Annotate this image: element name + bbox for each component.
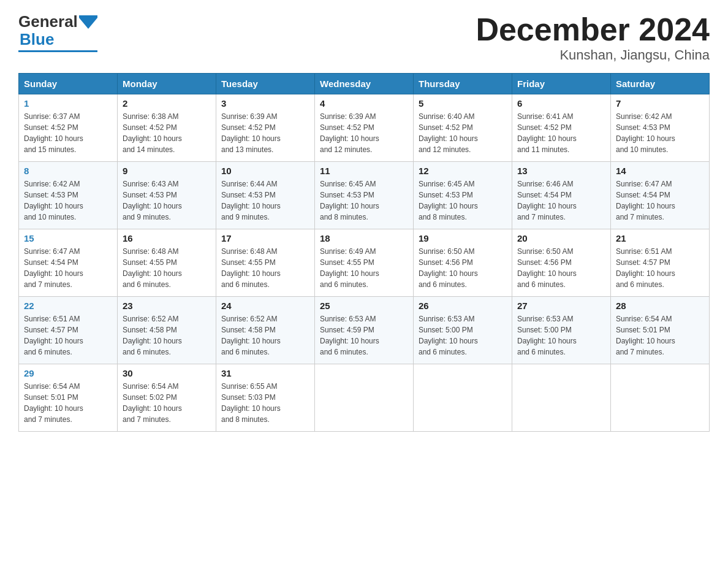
day-info: Sunrise: 6:51 AM Sunset: 4:57 PM Dayligh… <box>24 315 83 356</box>
calendar-cell <box>315 364 414 432</box>
col-friday: Friday <box>512 74 611 94</box>
calendar-cell: 19 Sunrise: 6:50 AM Sunset: 4:56 PM Dayl… <box>414 229 512 297</box>
day-number: 22 <box>24 301 112 311</box>
day-number: 6 <box>517 98 605 109</box>
day-number: 21 <box>616 233 704 243</box>
day-number: 28 <box>616 301 704 311</box>
calendar-cell: 16 Sunrise: 6:48 AM Sunset: 4:55 PM Dayl… <box>118 229 216 297</box>
calendar-cell: 6 Sunrise: 6:41 AM Sunset: 4:52 PM Dayli… <box>512 94 611 162</box>
calendar-cell: 15 Sunrise: 6:47 AM Sunset: 4:54 PM Dayl… <box>19 229 118 297</box>
day-info: Sunrise: 6:46 AM Sunset: 4:54 PM Dayligh… <box>517 180 577 221</box>
day-number: 30 <box>123 368 211 378</box>
calendar-cell: 22 Sunrise: 6:51 AM Sunset: 4:57 PM Dayl… <box>19 297 118 364</box>
day-info: Sunrise: 6:53 AM Sunset: 4:59 PM Dayligh… <box>320 315 379 356</box>
day-number: 8 <box>24 166 112 176</box>
day-number: 12 <box>419 166 507 176</box>
calendar-cell <box>414 364 512 432</box>
day-number: 13 <box>517 166 605 176</box>
day-info: Sunrise: 6:54 AM Sunset: 5:01 PM Dayligh… <box>24 382 83 424</box>
calendar-cell <box>611 364 710 432</box>
col-monday: Monday <box>118 74 216 94</box>
calendar-cell: 13 Sunrise: 6:46 AM Sunset: 4:54 PM Dayl… <box>512 162 611 229</box>
calendar-cell: 5 Sunrise: 6:40 AM Sunset: 4:52 PM Dayli… <box>414 94 512 162</box>
day-info: Sunrise: 6:39 AM Sunset: 4:52 PM Dayligh… <box>221 112 281 154</box>
day-number: 18 <box>320 233 408 243</box>
calendar-cell: 1 Sunrise: 6:37 AM Sunset: 4:52 PM Dayli… <box>19 94 118 162</box>
calendar-week-row: 29 Sunrise: 6:54 AM Sunset: 5:01 PM Dayl… <box>19 364 710 432</box>
logo-general-text: General <box>18 12 78 31</box>
calendar-cell: 3 Sunrise: 6:39 AM Sunset: 4:52 PM Dayli… <box>216 94 315 162</box>
day-info: Sunrise: 6:48 AM Sunset: 4:55 PM Dayligh… <box>123 247 182 289</box>
day-info: Sunrise: 6:39 AM Sunset: 4:52 PM Dayligh… <box>320 112 379 154</box>
calendar-cell: 21 Sunrise: 6:51 AM Sunset: 4:57 PM Dayl… <box>611 229 710 297</box>
day-number: 15 <box>24 233 112 243</box>
calendar-cell: 17 Sunrise: 6:48 AM Sunset: 4:55 PM Dayl… <box>216 229 315 297</box>
calendar-cell: 7 Sunrise: 6:42 AM Sunset: 4:53 PM Dayli… <box>611 94 710 162</box>
calendar-cell: 2 Sunrise: 6:38 AM Sunset: 4:52 PM Dayli… <box>118 94 216 162</box>
title-block: December 2024 Kunshan, Jiangsu, China <box>476 12 710 63</box>
day-info: Sunrise: 6:53 AM Sunset: 5:00 PM Dayligh… <box>517 315 577 356</box>
day-info: Sunrise: 6:43 AM Sunset: 4:53 PM Dayligh… <box>123 180 182 221</box>
day-info: Sunrise: 6:50 AM Sunset: 4:56 PM Dayligh… <box>419 247 478 289</box>
day-number: 23 <box>123 301 211 311</box>
day-number: 19 <box>419 233 507 243</box>
day-info: Sunrise: 6:45 AM Sunset: 4:53 PM Dayligh… <box>320 180 379 221</box>
calendar-cell: 20 Sunrise: 6:50 AM Sunset: 4:56 PM Dayl… <box>512 229 611 297</box>
calendar-cell: 11 Sunrise: 6:45 AM Sunset: 4:53 PM Dayl… <box>315 162 414 229</box>
calendar-cell: 12 Sunrise: 6:45 AM Sunset: 4:53 PM Dayl… <box>414 162 512 229</box>
day-number: 7 <box>616 98 704 109</box>
calendar-title: December 2024 <box>476 12 710 47</box>
day-number: 10 <box>221 166 309 176</box>
calendar-week-row: 15 Sunrise: 6:47 AM Sunset: 4:54 PM Dayl… <box>19 229 710 297</box>
calendar-cell: 24 Sunrise: 6:52 AM Sunset: 4:58 PM Dayl… <box>216 297 315 364</box>
day-number: 3 <box>221 98 309 109</box>
calendar-cell: 14 Sunrise: 6:47 AM Sunset: 4:54 PM Dayl… <box>611 162 710 229</box>
logo: General Blue <box>18 12 97 52</box>
page-header: General Blue December 2024 Kunshan, Jian… <box>18 12 710 63</box>
day-info: Sunrise: 6:55 AM Sunset: 5:03 PM Dayligh… <box>221 382 281 424</box>
day-number: 1 <box>24 98 112 109</box>
day-number: 5 <box>419 98 507 109</box>
day-info: Sunrise: 6:44 AM Sunset: 4:53 PM Dayligh… <box>221 180 281 221</box>
day-info: Sunrise: 6:48 AM Sunset: 4:55 PM Dayligh… <box>221 247 281 289</box>
day-info: Sunrise: 6:54 AM Sunset: 5:02 PM Dayligh… <box>123 382 182 424</box>
calendar-cell: 27 Sunrise: 6:53 AM Sunset: 5:00 PM Dayl… <box>512 297 611 364</box>
logo-icon <box>79 15 97 29</box>
col-tuesday: Tuesday <box>216 74 315 94</box>
col-wednesday: Wednesday <box>315 74 414 94</box>
day-info: Sunrise: 6:47 AM Sunset: 4:54 PM Dayligh… <box>24 247 83 289</box>
day-info: Sunrise: 6:38 AM Sunset: 4:52 PM Dayligh… <box>123 112 182 154</box>
calendar-cell: 29 Sunrise: 6:54 AM Sunset: 5:01 PM Dayl… <box>19 364 118 432</box>
day-info: Sunrise: 6:47 AM Sunset: 4:54 PM Dayligh… <box>616 180 675 221</box>
calendar-cell: 23 Sunrise: 6:52 AM Sunset: 4:58 PM Dayl… <box>118 297 216 364</box>
day-info: Sunrise: 6:53 AM Sunset: 5:00 PM Dayligh… <box>419 315 478 356</box>
logo-blue-text: Blue <box>20 30 54 49</box>
day-info: Sunrise: 6:45 AM Sunset: 4:53 PM Dayligh… <box>419 180 478 221</box>
calendar-cell: 4 Sunrise: 6:39 AM Sunset: 4:52 PM Dayli… <box>315 94 414 162</box>
day-number: 14 <box>616 166 704 176</box>
day-info: Sunrise: 6:52 AM Sunset: 4:58 PM Dayligh… <box>123 315 182 356</box>
day-number: 20 <box>517 233 605 243</box>
day-info: Sunrise: 6:49 AM Sunset: 4:55 PM Dayligh… <box>320 247 379 289</box>
calendar-week-row: 1 Sunrise: 6:37 AM Sunset: 4:52 PM Dayli… <box>19 94 710 162</box>
day-number: 11 <box>320 166 408 176</box>
col-thursday: Thursday <box>414 74 512 94</box>
day-number: 26 <box>419 301 507 311</box>
calendar-table: Sunday Monday Tuesday Wednesday Thursday… <box>18 73 710 432</box>
day-number: 9 <box>123 166 211 176</box>
calendar-subtitle: Kunshan, Jiangsu, China <box>476 47 710 63</box>
day-info: Sunrise: 6:51 AM Sunset: 4:57 PM Dayligh… <box>616 247 675 289</box>
day-number: 25 <box>320 301 408 311</box>
col-sunday: Sunday <box>19 74 118 94</box>
calendar-cell: 18 Sunrise: 6:49 AM Sunset: 4:55 PM Dayl… <box>315 229 414 297</box>
calendar-cell: 9 Sunrise: 6:43 AM Sunset: 4:53 PM Dayli… <box>118 162 216 229</box>
col-saturday: Saturday <box>611 74 710 94</box>
calendar-cell: 10 Sunrise: 6:44 AM Sunset: 4:53 PM Dayl… <box>216 162 315 229</box>
day-number: 2 <box>123 98 211 109</box>
day-number: 4 <box>320 98 408 109</box>
calendar-cell: 25 Sunrise: 6:53 AM Sunset: 4:59 PM Dayl… <box>315 297 414 364</box>
calendar-week-row: 22 Sunrise: 6:51 AM Sunset: 4:57 PM Dayl… <box>19 297 710 364</box>
day-info: Sunrise: 6:42 AM Sunset: 4:53 PM Dayligh… <box>616 112 675 154</box>
calendar-cell: 30 Sunrise: 6:54 AM Sunset: 5:02 PM Dayl… <box>118 364 216 432</box>
day-info: Sunrise: 6:50 AM Sunset: 4:56 PM Dayligh… <box>517 247 577 289</box>
